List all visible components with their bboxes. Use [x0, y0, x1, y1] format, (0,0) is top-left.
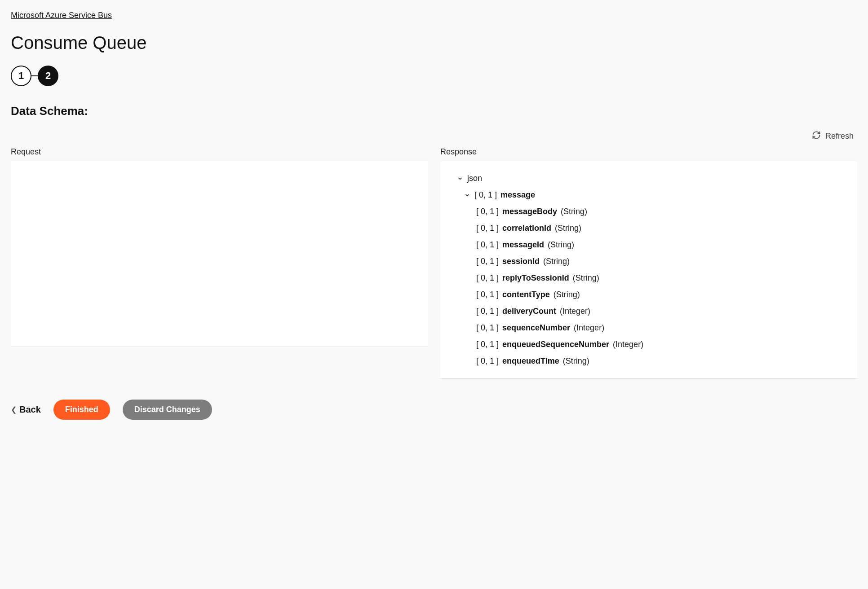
- tree-node-message[interactable]: [ 0, 1 ] message: [451, 187, 846, 203]
- tree-node-name: contentType: [502, 289, 550, 301]
- response-panel-label: Response: [440, 147, 857, 157]
- tree-node-name: enqueuedTime: [502, 355, 559, 367]
- tree-node-cardinality: [ 0, 1 ]: [476, 222, 499, 234]
- back-button[interactable]: ❮ Back: [11, 404, 41, 415]
- tree-node-field[interactable]: [ 0, 1 ] messageId (String): [451, 237, 846, 253]
- tree-node-name: deliveryCount: [502, 305, 556, 317]
- tree-node-field[interactable]: [ 0, 1 ] enqueuedSequenceNumber (Integer…: [451, 336, 846, 353]
- tree-node-name: messageBody: [502, 206, 557, 218]
- refresh-button[interactable]: Refresh: [808, 129, 857, 144]
- request-panel-label: Request: [11, 147, 428, 157]
- refresh-icon: [812, 131, 821, 142]
- refresh-label: Refresh: [825, 132, 854, 141]
- step-1[interactable]: 1: [11, 66, 31, 86]
- breadcrumb-link[interactable]: Microsoft Azure Service Bus: [11, 11, 112, 20]
- tree-node-cardinality: [ 0, 1 ]: [476, 305, 499, 317]
- back-label: Back: [19, 404, 41, 415]
- tree-node-field[interactable]: [ 0, 1 ] messageBody (String): [451, 203, 846, 220]
- tree-node-cardinality: [ 0, 1 ]: [474, 189, 497, 201]
- tree-node-name: messageId: [502, 239, 544, 251]
- tree-node-type: (String): [554, 289, 580, 301]
- tree-node-name: enqueuedSequenceNumber: [502, 338, 609, 351]
- tree-node-cardinality: [ 0, 1 ]: [476, 239, 499, 251]
- tree-node-type: (Integer): [574, 322, 604, 334]
- chevron-down-icon: [456, 176, 464, 181]
- chevron-down-icon: [464, 193, 471, 198]
- tree-node-field[interactable]: [ 0, 1 ] enqueuedTime (String): [451, 353, 846, 369]
- tree-node-type: (String): [548, 239, 574, 251]
- chevron-left-icon: ❮: [11, 405, 17, 414]
- tree-node-cardinality: [ 0, 1 ]: [476, 322, 499, 334]
- stepper: 1 2: [11, 66, 857, 86]
- tree-node-name: replyToSessionId: [502, 272, 569, 284]
- tree-node-field[interactable]: [ 0, 1 ] replyToSessionId (String): [451, 270, 846, 286]
- tree-node-field[interactable]: [ 0, 1 ] deliveryCount (Integer): [451, 303, 846, 320]
- section-heading: Data Schema:: [11, 104, 857, 118]
- tree-node-cardinality: [ 0, 1 ]: [476, 255, 499, 268]
- tree-node-name: sessionId: [502, 255, 540, 268]
- tree-node-cardinality: [ 0, 1 ]: [476, 206, 499, 218]
- tree-node-name: correlationId: [502, 222, 551, 234]
- tree-node-name: message: [500, 189, 535, 201]
- tree-node-type: (String): [561, 206, 587, 218]
- finished-button[interactable]: Finished: [53, 400, 110, 420]
- tree-node-name: sequenceNumber: [502, 322, 570, 334]
- tree-node-type: (String): [543, 255, 570, 268]
- tree-node-cardinality: [ 0, 1 ]: [476, 272, 499, 284]
- step-2[interactable]: 2: [38, 66, 58, 86]
- tree-node-json[interactable]: json: [451, 170, 846, 187]
- tree-node-type: (String): [563, 355, 589, 367]
- tree-node-field[interactable]: [ 0, 1 ] sequenceNumber (Integer): [451, 320, 846, 336]
- tree-node-cardinality: [ 0, 1 ]: [476, 289, 499, 301]
- response-panel: json [ 0, 1 ] message [ 0, 1 ] messageBo…: [440, 161, 857, 379]
- tree-node-field[interactable]: [ 0, 1 ] sessionId (String): [451, 253, 846, 270]
- request-panel: [11, 161, 428, 347]
- tree-node-type: (String): [555, 222, 581, 234]
- tree-node-type: (Integer): [613, 338, 643, 351]
- tree-node-field[interactable]: [ 0, 1 ] contentType (String): [451, 286, 846, 303]
- tree-node-cardinality: [ 0, 1 ]: [476, 338, 499, 351]
- tree-node-type: (String): [573, 272, 599, 284]
- tree-node-cardinality: [ 0, 1 ]: [476, 355, 499, 367]
- step-connector: [31, 75, 38, 76]
- discard-changes-button[interactable]: Discard Changes: [123, 400, 212, 420]
- page-title: Consume Queue: [11, 33, 857, 53]
- tree-node-label: json: [467, 172, 482, 185]
- tree-node-type: (Integer): [560, 305, 590, 317]
- tree-node-field[interactable]: [ 0, 1 ] correlationId (String): [451, 220, 846, 237]
